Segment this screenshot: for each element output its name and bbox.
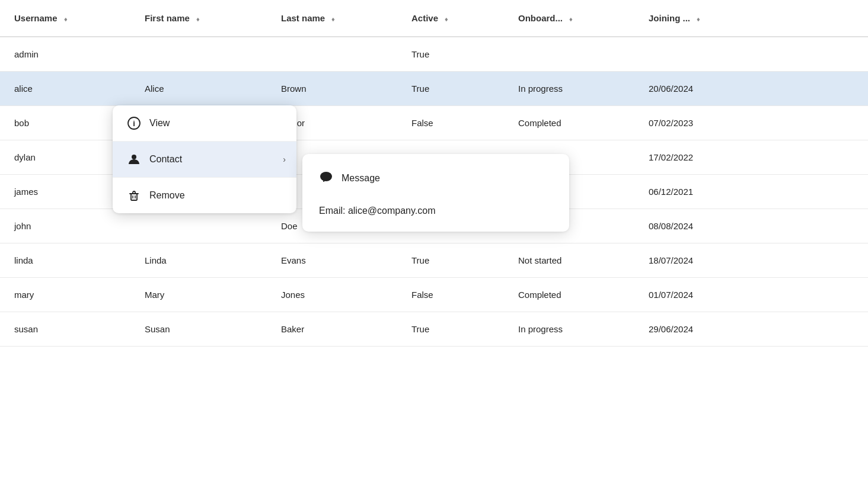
svg-text:i: i bbox=[133, 119, 135, 128]
contact-label: Contact bbox=[149, 154, 182, 165]
cell-onboard: Completed bbox=[504, 106, 634, 140]
chat-icon bbox=[319, 169, 333, 187]
cell-active: True bbox=[397, 312, 504, 347]
cell-joining: 20/06/2024 bbox=[634, 72, 868, 106]
sub-menu-message[interactable]: Message bbox=[302, 160, 569, 196]
table-header-row: Username ⬧ First name ⬧ Last name ⬧ Acti… bbox=[0, 0, 868, 37]
svg-rect-3 bbox=[131, 194, 137, 200]
email-label: Email: alice@company.com bbox=[319, 206, 435, 216]
col-header-joining[interactable]: Joining ... ⬧ bbox=[634, 0, 868, 37]
col-header-lastname[interactable]: Last name ⬧ bbox=[267, 0, 397, 37]
svg-point-2 bbox=[132, 155, 136, 159]
sort-icon-onboard: ⬧ bbox=[569, 15, 573, 23]
sort-icon-username: ⬧ bbox=[63, 15, 68, 23]
col-header-active[interactable]: Active ⬧ bbox=[397, 0, 504, 37]
chevron-right-icon: › bbox=[283, 155, 286, 164]
svg-point-6 bbox=[320, 172, 332, 181]
table-row[interactable]: maryMaryJonesFalseCompleted01/07/2024 bbox=[0, 278, 868, 312]
cell-username: bob bbox=[0, 106, 130, 140]
cell-joining: 18/07/2024 bbox=[634, 243, 868, 278]
sub-menu-contact: Message Email: alice@company.com bbox=[302, 154, 569, 232]
col-header-onboard[interactable]: Onboard... ⬧ bbox=[504, 0, 634, 37]
table-row[interactable]: susanSusanBakerTrueIn progress29/06/2024 bbox=[0, 312, 868, 347]
trash-icon bbox=[127, 188, 141, 203]
col-username-label: Username bbox=[14, 13, 58, 23]
col-onboard-label: Onboard... bbox=[518, 13, 563, 23]
sort-icon-firstname: ⬧ bbox=[196, 15, 200, 23]
cell-lastname: Evans bbox=[267, 243, 397, 278]
cell-username: admin bbox=[0, 37, 130, 72]
sub-menu-email[interactable]: Email: alice@company.com bbox=[302, 196, 569, 226]
cell-joining: 06/12/2021 bbox=[634, 175, 868, 209]
sort-icon-active: ⬧ bbox=[444, 15, 448, 23]
view-label: View bbox=[149, 118, 170, 129]
cell-lastname: Brown bbox=[267, 72, 397, 106]
cell-username: linda bbox=[0, 243, 130, 278]
cell-joining: 01/07/2024 bbox=[634, 278, 868, 312]
col-firstname-label: First name bbox=[145, 13, 190, 23]
cell-active: True bbox=[397, 37, 504, 72]
cell-username: james bbox=[0, 175, 130, 209]
cell-lastname: Jones bbox=[267, 278, 397, 312]
cell-active: True bbox=[397, 243, 504, 278]
col-lastname-label: Last name bbox=[281, 13, 325, 23]
cell-onboard: Completed bbox=[504, 278, 634, 312]
sort-icon-joining: ⬧ bbox=[696, 15, 700, 23]
cell-active: True bbox=[397, 72, 504, 106]
sort-icon-lastname: ⬧ bbox=[331, 15, 335, 23]
context-menu-view[interactable]: i View bbox=[113, 105, 296, 142]
info-icon: i bbox=[127, 116, 141, 130]
table-container: Username ⬧ First name ⬧ Last name ⬧ Acti… bbox=[0, 0, 868, 481]
cell-onboard: In progress bbox=[504, 312, 634, 347]
cell-onboard: Not started bbox=[504, 243, 634, 278]
table-row[interactable]: aliceAliceBrownTrueIn progress20/06/2024 bbox=[0, 72, 868, 106]
table-row[interactable]: adminTrue bbox=[0, 37, 868, 72]
cell-username: dylan bbox=[0, 140, 130, 175]
message-label: Message bbox=[342, 173, 380, 184]
cell-firstname: Alice bbox=[130, 72, 267, 106]
cell-joining: 17/02/2022 bbox=[634, 140, 868, 175]
col-header-firstname[interactable]: First name ⬧ bbox=[130, 0, 267, 37]
context-menu: i View Contact › bbox=[113, 105, 296, 213]
cell-firstname: Linda bbox=[130, 243, 267, 278]
col-joining-label: Joining ... bbox=[649, 13, 690, 23]
cell-username: john bbox=[0, 209, 130, 243]
cell-joining: 29/06/2024 bbox=[634, 312, 868, 347]
person-icon bbox=[127, 152, 141, 166]
context-menu-remove[interactable]: Remove bbox=[113, 178, 296, 213]
cell-active: False bbox=[397, 106, 504, 140]
cell-active: False bbox=[397, 278, 504, 312]
remove-label: Remove bbox=[149, 190, 185, 201]
cell-firstname bbox=[130, 209, 267, 243]
context-menu-contact[interactable]: Contact › bbox=[113, 142, 296, 178]
cell-lastname: Baker bbox=[267, 312, 397, 347]
cell-joining bbox=[634, 37, 868, 72]
cell-lastname bbox=[267, 37, 397, 72]
cell-joining: 08/08/2024 bbox=[634, 209, 868, 243]
table-row[interactable]: lindaLindaEvansTrueNot started18/07/2024 bbox=[0, 243, 868, 278]
col-header-username[interactable]: Username ⬧ bbox=[0, 0, 130, 37]
col-active-label: Active bbox=[411, 13, 438, 23]
cell-onboard bbox=[504, 37, 634, 72]
cell-joining: 07/02/2023 bbox=[634, 106, 868, 140]
cell-username: alice bbox=[0, 72, 130, 106]
cell-username: mary bbox=[0, 278, 130, 312]
cell-onboard: In progress bbox=[504, 72, 634, 106]
cell-firstname: Susan bbox=[130, 312, 267, 347]
cell-firstname bbox=[130, 37, 267, 72]
cell-username: susan bbox=[0, 312, 130, 347]
cell-firstname: Mary bbox=[130, 278, 267, 312]
